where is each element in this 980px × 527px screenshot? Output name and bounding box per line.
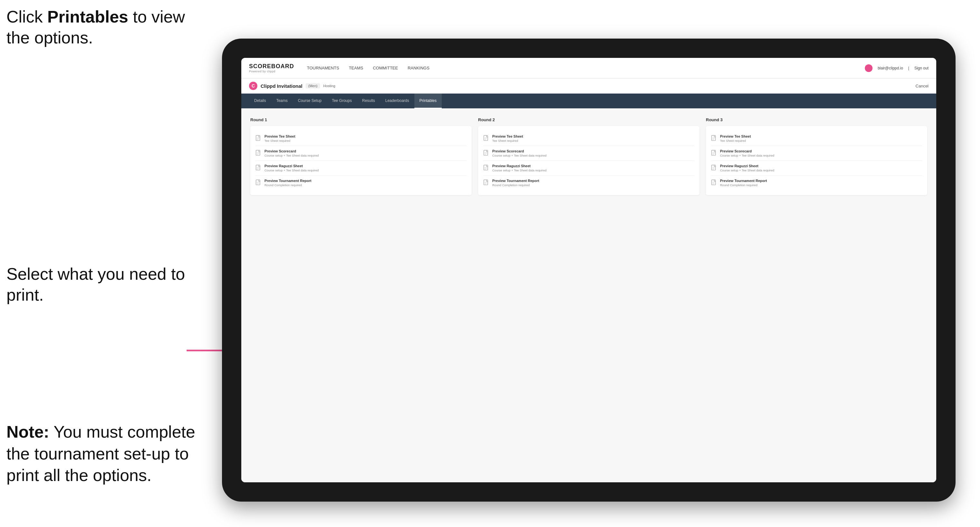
print-item-sub: Course setup + Tee Sheet data required: [264, 154, 466, 157]
print-item-title: Preview Scorecard: [720, 149, 922, 153]
print-item-text: Preview ScorecardCourse setup + Tee Shee…: [720, 149, 922, 157]
annotation-top: Click Printables to view the options.: [6, 6, 193, 48]
print-item-text: Preview Raguzzi SheetCourse setup + Tee …: [264, 164, 466, 172]
tournament-logo: C: [249, 82, 258, 90]
print-item-text: Preview Tournament ReportRound Completio…: [492, 179, 694, 187]
round-card-3: Preview Tee SheetTee Sheet required Prev…: [706, 126, 927, 195]
tablet-screen: SCOREBOARD Powered by clippd TOURNAMENTS…: [241, 58, 936, 482]
print-item-title: Preview Scorecard: [264, 149, 466, 153]
print-item-sub: Round Completion required: [492, 183, 694, 187]
tab-details[interactable]: Details: [249, 94, 271, 108]
tab-tee-groups[interactable]: Tee Groups: [326, 94, 357, 108]
logo-sub: Powered by clippd: [249, 70, 294, 73]
document-icon: [255, 165, 261, 172]
round-section-3: Round 3 Preview Tee SheetTee Sheet requi…: [706, 117, 927, 195]
document-icon: [711, 179, 717, 186]
print-item-sub: Course setup + Tee Sheet data required: [720, 168, 922, 172]
print-item-2-3[interactable]: Preview Raguzzi SheetCourse setup + Tee …: [483, 161, 694, 176]
tournament-header: C Clippd Invitational (Men) Hosting Canc…: [241, 78, 936, 94]
hosting-badge: Hosting: [323, 84, 335, 88]
user-avatar: [865, 64, 873, 72]
tournament-name: Clippd Invitational: [261, 83, 302, 89]
print-item-sub: Tee Sheet required: [264, 139, 466, 143]
annotation-middle: Select what you need to print.: [6, 264, 193, 305]
print-item-title: Preview Tournament Report: [492, 179, 694, 183]
print-item-2-4[interactable]: Preview Tournament ReportRound Completio…: [483, 176, 694, 190]
tournament-title-row: C Clippd Invitational (Men) Hosting: [249, 82, 335, 90]
print-item-title: Preview Raguzzi Sheet: [264, 164, 466, 168]
print-item-sub: Course setup + Tee Sheet data required: [492, 154, 694, 157]
annotation-bottom: Note: You must complete the tournament s…: [6, 421, 206, 486]
tab-results[interactable]: Results: [357, 94, 380, 108]
print-item-sub: Round Completion required: [264, 183, 466, 187]
print-item-title: Preview Tee Sheet: [264, 134, 466, 138]
top-nav-links: TOURNAMENTS TEAMS COMMITTEE RANKINGS: [307, 64, 865, 72]
print-item-title: Preview Tee Sheet: [492, 134, 694, 138]
document-icon: [711, 165, 717, 172]
print-item-title: Preview Tee Sheet: [720, 134, 922, 138]
round-card-2: Preview Tee SheetTee Sheet required Prev…: [478, 126, 700, 195]
document-icon: [711, 150, 717, 157]
document-icon: [255, 150, 261, 157]
print-item-2-1[interactable]: Preview Tee SheetTee Sheet required: [483, 131, 694, 146]
round-section-2: Round 2 Preview Tee SheetTee Sheet requi…: [478, 117, 700, 195]
print-item-sub: Tee Sheet required: [720, 139, 922, 143]
print-item-title: Preview Raguzzi Sheet: [492, 164, 694, 168]
round-section-1: Round 1 Preview Tee SheetTee Sheet requi…: [250, 117, 472, 195]
user-email: blair@clippd.io: [878, 66, 903, 70]
print-item-text: Preview ScorecardCourse setup + Tee Shee…: [492, 149, 694, 157]
round-card-1: Preview Tee SheetTee Sheet required Prev…: [250, 126, 472, 195]
print-item-text: Preview Raguzzi SheetCourse setup + Tee …: [492, 164, 694, 172]
print-item-title: Preview Tournament Report: [720, 179, 922, 183]
nav-committee[interactable]: COMMITTEE: [373, 64, 398, 72]
print-item-title: Preview Raguzzi Sheet: [720, 164, 922, 168]
tab-teams[interactable]: Teams: [271, 94, 293, 108]
round-title-2: Round 2: [478, 117, 700, 122]
print-item-3-1[interactable]: Preview Tee SheetTee Sheet required: [711, 131, 922, 146]
rounds-grid: Round 1 Preview Tee SheetTee Sheet requi…: [250, 117, 927, 195]
document-icon: [483, 135, 489, 142]
tab-printables[interactable]: Printables: [414, 94, 442, 108]
print-item-1-4[interactable]: Preview Tournament ReportRound Completio…: [255, 176, 466, 190]
scoreboard-logo: SCOREBOARD Powered by clippd: [249, 63, 294, 73]
nav-teams[interactable]: TEAMS: [349, 64, 363, 72]
print-item-text: Preview ScorecardCourse setup + Tee Shee…: [264, 149, 466, 157]
top-nav: SCOREBOARD Powered by clippd TOURNAMENTS…: [241, 58, 936, 78]
print-item-3-3[interactable]: Preview Raguzzi SheetCourse setup + Tee …: [711, 161, 922, 176]
round-title-1: Round 1: [250, 117, 472, 122]
print-item-text: Preview Raguzzi SheetCourse setup + Tee …: [720, 164, 922, 172]
print-item-sub: Course setup + Tee Sheet data required: [492, 168, 694, 172]
top-nav-right: blair@clippd.io | Sign out: [865, 64, 929, 72]
document-icon: [255, 135, 261, 142]
separator: |: [908, 66, 909, 70]
logo-title: SCOREBOARD: [249, 63, 294, 70]
tab-leaderboards[interactable]: Leaderboards: [380, 94, 414, 108]
tournament-logo-letter: C: [251, 83, 255, 89]
print-item-3-4[interactable]: Preview Tournament ReportRound Completio…: [711, 176, 922, 190]
sub-nav: Details Teams Course Setup Tee Groups Re…: [241, 94, 936, 108]
print-item-1-3[interactable]: Preview Raguzzi SheetCourse setup + Tee …: [255, 161, 466, 176]
print-item-text: Preview Tee SheetTee Sheet required: [492, 134, 694, 143]
tablet-frame: SCOREBOARD Powered by clippd TOURNAMENTS…: [222, 38, 956, 502]
nav-tournaments[interactable]: TOURNAMENTS: [307, 64, 339, 72]
print-item-text: Preview Tournament ReportRound Completio…: [720, 179, 922, 187]
nav-rankings[interactable]: RANKINGS: [408, 64, 430, 72]
tab-course-setup[interactable]: Course Setup: [293, 94, 326, 108]
print-item-1-2[interactable]: Preview ScorecardCourse setup + Tee Shee…: [255, 146, 466, 161]
print-item-text: Preview Tee SheetTee Sheet required: [720, 134, 922, 143]
print-item-3-2[interactable]: Preview ScorecardCourse setup + Tee Shee…: [711, 146, 922, 161]
print-item-1-1[interactable]: Preview Tee SheetTee Sheet required: [255, 131, 466, 146]
print-item-text: Preview Tee SheetTee Sheet required: [264, 134, 466, 143]
print-item-title: Preview Tournament Report: [264, 179, 466, 183]
print-item-title: Preview Scorecard: [492, 149, 694, 153]
sign-out-link[interactable]: Sign out: [914, 66, 929, 70]
annotation-bold: Printables: [47, 7, 128, 26]
annotation-note-bold: Note:: [6, 422, 49, 441]
document-icon: [255, 179, 261, 186]
print-item-sub: Round Completion required: [720, 183, 922, 187]
document-icon: [483, 179, 489, 186]
print-item-2-2[interactable]: Preview ScorecardCourse setup + Tee Shee…: [483, 146, 694, 161]
print-item-text: Preview Tournament ReportRound Completio…: [264, 179, 466, 187]
cancel-button[interactable]: Cancel: [916, 84, 929, 89]
tournament-gender: (Men): [305, 83, 320, 89]
